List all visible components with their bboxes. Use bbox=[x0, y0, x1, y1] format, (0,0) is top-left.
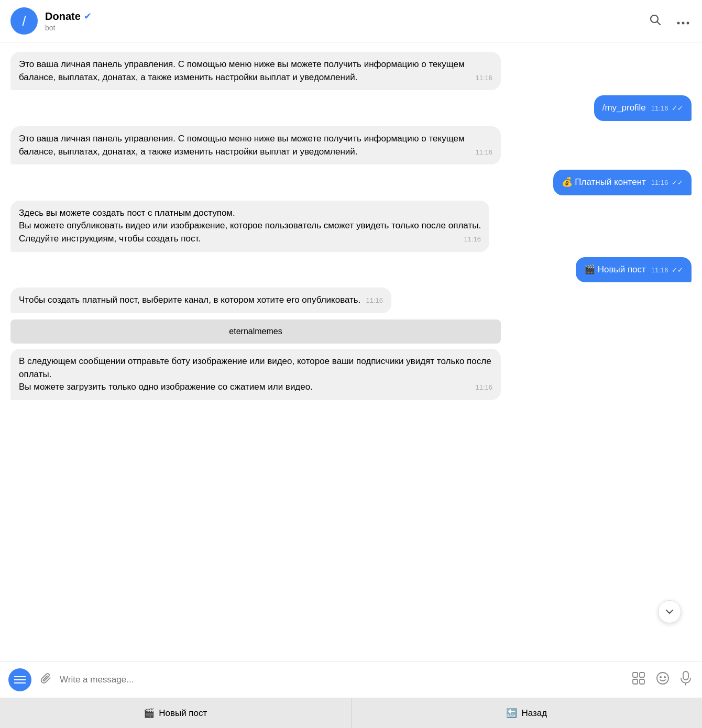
new-post-icon: 🎬 bbox=[144, 708, 155, 719]
message-row: /my_profile 11:16 ✓✓ bbox=[594, 95, 692, 121]
chat-area: Это ваша личная панель управления. С пом… bbox=[0, 42, 702, 661]
bot-name: Donate bbox=[45, 10, 81, 23]
message-text: В следующем сообщении отправьте боту изо… bbox=[19, 356, 491, 392]
message-row: Чтобы создать платный пост, выберите кан… bbox=[10, 288, 391, 313]
channel-select-button[interactable]: eternalmemes bbox=[10, 319, 501, 344]
message-row: Здесь вы можете создать пост с платным д… bbox=[10, 201, 489, 252]
message-row: В следующем сообщении отправьте боту изо… bbox=[10, 349, 501, 400]
more-button[interactable] bbox=[675, 12, 692, 30]
new-post-label: Новый пост bbox=[159, 708, 207, 719]
message-row: 💰 Платный контент 11:16 ✓✓ bbox=[553, 170, 692, 195]
message-time: 11:16 ✓✓ bbox=[651, 104, 683, 114]
header-info: Donate ✔ bot bbox=[45, 10, 646, 32]
svg-rect-10 bbox=[633, 679, 638, 684]
svg-rect-9 bbox=[640, 672, 644, 677]
voice-button[interactable] bbox=[678, 669, 694, 691]
apps-button[interactable] bbox=[630, 669, 648, 690]
menu-button[interactable] bbox=[8, 668, 31, 691]
bubble: Это ваша личная панель управления. С пом… bbox=[10, 52, 501, 90]
message-text: Это ваша личная панель управления. С пом… bbox=[19, 59, 465, 82]
message-time: 11:16 ✓✓ bbox=[651, 266, 683, 275]
svg-point-12 bbox=[657, 672, 668, 684]
read-ticks: ✓✓ bbox=[672, 104, 683, 112]
bubble: 🎬 Новый пост 11:16 ✓✓ bbox=[576, 257, 692, 283]
message-time: 11:16 ✓✓ bbox=[651, 178, 683, 188]
bubble: Чтобы создать платный пост, выберите кан… bbox=[10, 288, 391, 313]
message-text: 💰 Платный контент bbox=[562, 177, 646, 187]
header-title: Donate ✔ bbox=[45, 10, 646, 23]
bottom-buttons: 🎬 Новый пост 🔙 Назад bbox=[0, 698, 702, 728]
message-time: 11:16 bbox=[475, 73, 492, 83]
svg-point-4 bbox=[687, 22, 689, 25]
message-row: 🎬 Новый пост 11:16 ✓✓ bbox=[576, 257, 692, 283]
header-actions bbox=[646, 11, 692, 31]
input-bar bbox=[0, 661, 702, 698]
svg-line-1 bbox=[657, 22, 661, 25]
svg-rect-8 bbox=[633, 672, 638, 677]
bot-avatar: / bbox=[10, 7, 38, 35]
back-label: Назад bbox=[521, 708, 547, 719]
attach-button[interactable] bbox=[38, 670, 53, 689]
message-row: Это ваша личная панель управления. С пом… bbox=[10, 126, 501, 164]
message-time: 11:16 bbox=[475, 383, 492, 393]
message-text: /my_profile bbox=[602, 103, 646, 113]
chat-header: / Donate ✔ bot bbox=[0, 0, 702, 42]
message-time: 11:16 bbox=[475, 148, 492, 158]
message-input[interactable] bbox=[60, 675, 623, 685]
svg-rect-15 bbox=[683, 671, 688, 680]
bubble: Здесь вы можете создать пост с платным д… bbox=[10, 201, 489, 252]
verified-icon: ✔ bbox=[84, 10, 92, 22]
back-button[interactable]: 🔙 Назад bbox=[352, 698, 703, 728]
new-post-button[interactable]: 🎬 Новый пост bbox=[0, 698, 352, 728]
message-row: Это ваша личная панель управления. С пом… bbox=[10, 52, 501, 90]
bubble: /my_profile 11:16 ✓✓ bbox=[594, 95, 692, 121]
message-text: Это ваша личная панель управления. С пом… bbox=[19, 134, 465, 157]
read-ticks: ✓✓ bbox=[672, 179, 683, 186]
message-text: Здесь вы можете создать пост с платным д… bbox=[19, 208, 481, 244]
sticker-button[interactable] bbox=[654, 669, 672, 690]
svg-point-14 bbox=[664, 677, 665, 678]
svg-point-2 bbox=[677, 22, 680, 25]
scroll-down-button[interactable] bbox=[658, 600, 681, 623]
svg-point-3 bbox=[682, 22, 685, 25]
inline-button-container: eternalmemes bbox=[10, 318, 501, 344]
bubble: В следующем сообщении отправьте боту изо… bbox=[10, 349, 501, 400]
bot-subtitle: bot bbox=[45, 24, 646, 32]
bubble: 💰 Платный контент 11:16 ✓✓ bbox=[553, 170, 692, 195]
message-text: 🎬 Новый пост bbox=[584, 264, 646, 274]
scroll-down-icon[interactable] bbox=[658, 600, 681, 623]
bubble: Это ваша личная панель управления. С пом… bbox=[10, 126, 501, 164]
back-icon: 🔙 bbox=[506, 708, 517, 719]
message-time: 11:16 bbox=[366, 296, 383, 306]
message-time: 11:16 bbox=[464, 235, 481, 245]
search-button[interactable] bbox=[646, 11, 663, 31]
read-ticks: ✓✓ bbox=[672, 266, 683, 274]
svg-rect-11 bbox=[640, 679, 644, 684]
message-text: Чтобы создать платный пост, выберите кан… bbox=[19, 295, 360, 305]
svg-point-13 bbox=[660, 677, 661, 678]
